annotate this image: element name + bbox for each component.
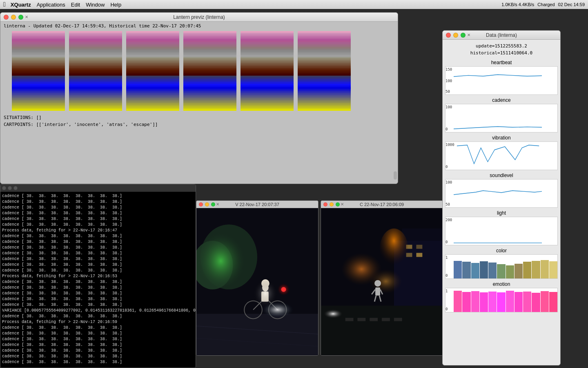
cartpoints-text: CARTPOINTS: [['interior', 'inocente', 'a… bbox=[4, 122, 394, 127]
video-v-titlebar: ✕ V 22-Nov-17 20:07:37 bbox=[196, 201, 318, 208]
soundlevel-max-label: 100 bbox=[445, 180, 452, 184]
svg-point-41 bbox=[380, 229, 408, 269]
svg-point-34 bbox=[374, 280, 381, 287]
video-v-title: V 22-Nov-17 20:07:37 bbox=[235, 202, 279, 207]
color-stripe bbox=[241, 109, 294, 111]
color-chart-section: color 1 0 bbox=[445, 248, 558, 279]
heartbeat-chart: 150 100 50 bbox=[445, 66, 558, 95]
video-c-close[interactable] bbox=[323, 202, 327, 206]
vibration-chart-section: vibration 1000 0 bbox=[445, 135, 558, 170]
menu-window[interactable]: Window bbox=[86, 2, 105, 8]
light-chart-section: light 200 0 bbox=[445, 210, 558, 245]
apple-menu[interactable]:  bbox=[3, 1, 6, 8]
menu-xquartz[interactable]: XQuartz bbox=[11, 2, 31, 8]
data-panel-minimize[interactable] bbox=[453, 33, 458, 38]
soundlevel-chart-section: soundlevel 100 50 bbox=[445, 173, 558, 208]
video-v-maximize[interactable] bbox=[211, 202, 215, 206]
menubar:  XQuartz Applications Edit Window Help … bbox=[0, 0, 588, 9]
scroll-indicator[interactable] bbox=[394, 171, 397, 180]
heartbeat-title: heartbeat bbox=[445, 60, 558, 65]
maximize-button[interactable] bbox=[18, 15, 23, 20]
video-c-minimize[interactable] bbox=[330, 202, 334, 206]
situations-text: SITUATIONS: [] bbox=[4, 115, 394, 120]
light-max-label: 200 bbox=[445, 218, 452, 222]
video-window-c: ✕ C 22-Nov-17 20:06:09 bbox=[321, 200, 443, 356]
data-panel-close[interactable] bbox=[446, 33, 451, 38]
light-title: light bbox=[445, 210, 558, 216]
color-stripe bbox=[126, 109, 179, 111]
video-c-titlebar: ✕ C 22-Nov-17 20:06:09 bbox=[321, 201, 443, 208]
soundlevel-title: soundlevel bbox=[445, 173, 558, 178]
emotion-chart-section: emotion 1 0 bbox=[445, 281, 558, 312]
emotion-min-label: 0 bbox=[445, 307, 448, 311]
terminal-window: cadence [ 38. 38. 38. 38. 38. 38. 38. 38… bbox=[0, 184, 196, 368]
vibration-max-label: 1000 bbox=[445, 143, 454, 147]
data-panel-titlebar: ✕ Data (linterna) bbox=[443, 31, 560, 40]
terminal-titlebar bbox=[0, 184, 196, 192]
main-screen: ✕ Lantern previz (linterna) linterna - U… bbox=[0, 9, 588, 368]
video-c-title: C 22-Nov-17 20:06:09 bbox=[360, 202, 404, 207]
network-speed: 1.0KB/s 4.4KB/s bbox=[501, 2, 534, 7]
menubar-right: 1.0KB/s 4.4KB/s Charged 02 Dec 14:59 bbox=[501, 2, 585, 7]
heartbeat-chart-section: heartbeat 150 100 50 bbox=[445, 60, 558, 95]
minimize-button[interactable] bbox=[11, 15, 16, 20]
cadence-chart: 100 0 bbox=[445, 104, 558, 132]
svg-rect-23 bbox=[416, 245, 422, 249]
night-scene-v bbox=[196, 208, 318, 355]
color-stripe bbox=[183, 109, 236, 111]
data-panel-traffic-lights bbox=[446, 33, 466, 38]
color-max-label: 1 bbox=[445, 256, 448, 260]
color-stripe bbox=[298, 109, 351, 111]
lantern-titlebar: ✕ Lantern previz (linterna) bbox=[0, 13, 398, 22]
svg-rect-1 bbox=[196, 314, 318, 355]
emotion-title: emotion bbox=[445, 281, 558, 287]
video-v-x: ✕ bbox=[216, 202, 219, 206]
term-maximize[interactable] bbox=[13, 186, 18, 190]
close-button[interactable] bbox=[4, 15, 9, 20]
term-minimize[interactable] bbox=[8, 186, 12, 190]
video-c-maximize[interactable] bbox=[336, 202, 340, 206]
vibration-chart: 1000 0 bbox=[445, 141, 558, 170]
video-v-close[interactable] bbox=[199, 202, 203, 206]
heartbeat-min-label: 50 bbox=[445, 90, 450, 94]
color-bars-row bbox=[4, 31, 394, 111]
color-bar-block-0 bbox=[12, 31, 65, 111]
menu-edit[interactable]: Edit bbox=[71, 2, 80, 8]
data-panel-maximize[interactable] bbox=[461, 33, 466, 38]
soundlevel-chart: 100 50 bbox=[445, 179, 558, 208]
color-title: color bbox=[445, 248, 558, 254]
cadence-max-label: 100 bbox=[445, 105, 452, 109]
svg-point-4 bbox=[196, 233, 245, 289]
menu-applications[interactable]: Applications bbox=[37, 2, 65, 8]
video-c-trafficlights bbox=[323, 202, 340, 206]
light-chart: 200 0 bbox=[445, 217, 558, 245]
svg-rect-29 bbox=[345, 318, 354, 321]
cadence-min-label: 0 bbox=[445, 127, 448, 131]
video-v-image bbox=[196, 208, 318, 355]
svg-rect-32 bbox=[382, 318, 390, 321]
video-v-minimize[interactable] bbox=[205, 202, 209, 206]
svg-rect-30 bbox=[357, 318, 365, 321]
data-update: update=1512255583.2 historical=151141006… bbox=[445, 43, 558, 56]
light-min-label: 0 bbox=[445, 240, 448, 244]
term-close[interactable] bbox=[2, 186, 6, 190]
color-bar-block-5 bbox=[298, 31, 351, 111]
svg-rect-31 bbox=[370, 318, 378, 321]
window-close-x: ✕ bbox=[25, 15, 28, 19]
vibration-min-label: 0 bbox=[445, 165, 448, 169]
svg-point-6 bbox=[281, 287, 286, 292]
lantern-status: linterna - Updated 02-Dec-17 14:59:43, H… bbox=[4, 23, 394, 29]
color-bar-block-3 bbox=[183, 31, 236, 111]
data-panel-close-x: ✕ bbox=[467, 33, 470, 37]
battery-status: Charged bbox=[537, 2, 555, 7]
soundlevel-min-label: 50 bbox=[445, 202, 450, 206]
cadence-chart-section: cadence 100 0 bbox=[445, 97, 558, 132]
svg-rect-35 bbox=[375, 287, 380, 296]
lantern-window-title: Lantern previz (linterna) bbox=[173, 14, 225, 20]
cadence-title: cadence bbox=[445, 97, 558, 103]
color-stripe bbox=[69, 109, 122, 111]
menu-help[interactable]: Help bbox=[110, 2, 121, 8]
emotion-max-label: 1 bbox=[445, 289, 448, 293]
color-chart: 1 0 bbox=[445, 254, 558, 279]
video-v-trafficlights bbox=[199, 202, 215, 206]
